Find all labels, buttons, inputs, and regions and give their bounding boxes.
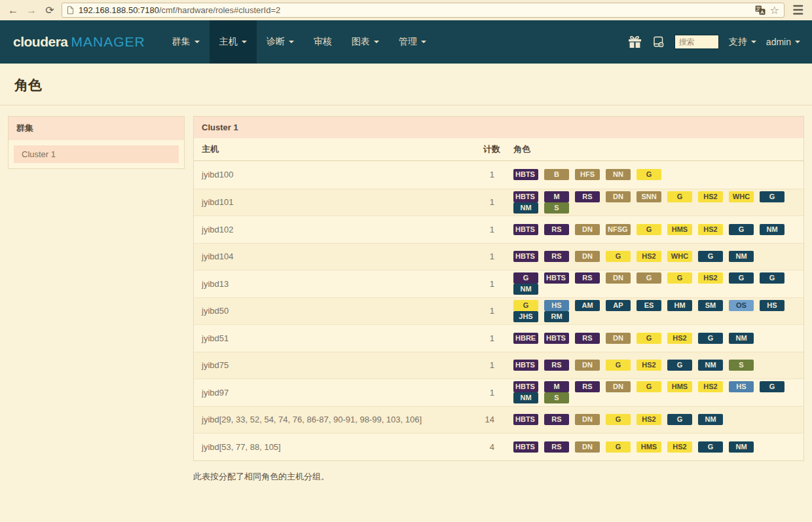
role-badge[interactable]: G	[698, 441, 723, 453]
role-badge[interactable]: G	[637, 272, 661, 284]
address-bar[interactable]: 192.168.188.50:7180/cmf/hardware/roles#c…	[62, 3, 784, 18]
role-badge[interactable]: G	[698, 333, 723, 344]
forward-icon[interactable]: →	[25, 5, 38, 16]
role-badge[interactable]: HMS	[637, 441, 661, 453]
role-badge[interactable]: WHC	[729, 191, 754, 202]
bookmark-star-icon[interactable]: ☆	[770, 4, 779, 16]
role-badge[interactable]: M	[544, 381, 569, 392]
brand-logo[interactable]: clouderaMANAGER	[13, 34, 145, 50]
role-badge[interactable]: G	[513, 272, 538, 284]
role-badge[interactable]: M	[544, 191, 569, 202]
user-menu[interactable]: admin	[766, 37, 800, 47]
role-badge[interactable]: NM	[513, 202, 538, 214]
reload-icon[interactable]: ⟳	[43, 4, 56, 16]
nav-item-图表[interactable]: 图表	[342, 20, 389, 64]
role-badge[interactable]: WHC	[667, 251, 692, 262]
role-badge[interactable]: HBTS	[544, 333, 569, 344]
role-badge[interactable]: NM	[760, 224, 784, 235]
nav-item-群集[interactable]: 群集	[162, 20, 210, 64]
role-badge[interactable]: RS	[544, 414, 569, 425]
sidebar-item-cluster[interactable]: Cluster 1	[14, 145, 179, 163]
role-badge[interactable]: DN	[575, 251, 600, 262]
search-input[interactable]	[674, 35, 719, 49]
role-badge[interactable]: HBTS	[513, 360, 538, 371]
role-badge[interactable]: S	[729, 360, 754, 371]
role-badge[interactable]: DN	[606, 191, 631, 202]
role-badge[interactable]: G	[667, 272, 692, 284]
role-badge[interactable]: DN	[606, 381, 631, 392]
role-badge[interactable]: G	[606, 414, 631, 425]
role-badge[interactable]: G	[606, 251, 631, 262]
role-badge[interactable]: G	[729, 224, 754, 235]
role-badge[interactable]: HMS	[667, 224, 692, 235]
role-badge[interactable]: NM	[513, 392, 538, 403]
role-badge[interactable]: NN	[606, 169, 631, 180]
role-badge[interactable]: HBTS	[513, 381, 538, 392]
role-badge[interactable]: G	[667, 191, 692, 202]
role-badge[interactable]: S	[544, 392, 569, 403]
role-badge[interactable]: ES	[637, 300, 661, 311]
role-badge[interactable]: G	[760, 191, 784, 202]
parcel-gift-icon[interactable]	[628, 36, 642, 48]
role-badge[interactable]: HMS	[667, 381, 692, 392]
role-badge[interactable]: HBTS	[513, 169, 538, 180]
role-badge[interactable]: HS2	[698, 381, 723, 392]
role-badge[interactable]: G	[637, 224, 661, 235]
role-badge[interactable]: DN	[575, 224, 600, 235]
role-badge[interactable]: HM	[667, 300, 692, 311]
role-badge[interactable]: HS	[729, 381, 754, 392]
role-badge[interactable]: RS	[575, 333, 600, 344]
role-badge[interactable]: DN	[606, 272, 631, 284]
role-badge[interactable]: G	[637, 333, 661, 344]
role-badge[interactable]: G	[667, 414, 692, 425]
role-badge[interactable]: RS	[544, 360, 569, 371]
role-badge[interactable]: HBTS	[544, 272, 569, 284]
role-badge[interactable]: G	[606, 441, 631, 453]
role-badge[interactable]: HS2	[667, 441, 692, 453]
role-badge[interactable]: OS	[729, 300, 754, 311]
role-badge[interactable]: G	[760, 272, 784, 284]
role-badge[interactable]: HBRE	[513, 333, 538, 344]
role-badge[interactable]: RS	[544, 441, 569, 453]
support-menu[interactable]: 支持	[729, 36, 756, 48]
role-badge[interactable]: SM	[698, 300, 723, 311]
role-badge[interactable]: HS2	[637, 251, 661, 262]
role-badge[interactable]: HBTS	[513, 441, 538, 453]
role-badge[interactable]: G	[637, 169, 661, 180]
role-badge[interactable]: RS	[575, 191, 600, 202]
role-badge[interactable]: S	[544, 202, 569, 214]
role-badge[interactable]: G	[513, 300, 538, 311]
role-badge[interactable]: SNN	[637, 191, 661, 202]
role-badge[interactable]: HS	[544, 300, 569, 311]
nav-item-审核[interactable]: 审核	[304, 20, 342, 64]
role-badge[interactable]: HS2	[637, 414, 661, 425]
role-badge[interactable]: HS2	[698, 224, 723, 235]
role-badge[interactable]: HS2	[667, 333, 692, 344]
role-badge[interactable]: G	[698, 251, 723, 262]
role-badge[interactable]: NM	[729, 251, 754, 262]
nav-item-管理[interactable]: 管理	[389, 20, 436, 64]
role-badge[interactable]: G	[729, 272, 754, 284]
role-badge[interactable]: AP	[606, 300, 631, 311]
role-badge[interactable]: HS2	[637, 360, 661, 371]
role-badge[interactable]: NFSG	[606, 224, 631, 235]
role-badge[interactable]: HFS	[575, 169, 600, 180]
role-badge[interactable]: NM	[729, 441, 754, 453]
role-badge[interactable]: G	[606, 360, 631, 371]
role-badge[interactable]: DN	[575, 441, 600, 453]
role-badge[interactable]: DN	[606, 333, 631, 344]
role-badge[interactable]: AM	[575, 300, 600, 311]
role-badge[interactable]: RS	[544, 224, 569, 235]
nav-item-诊断[interactable]: 诊断	[257, 20, 304, 64]
role-badge[interactable]: HBTS	[513, 191, 538, 202]
role-badge[interactable]: HS	[760, 300, 784, 311]
role-badge[interactable]: NM	[698, 414, 723, 425]
role-badge[interactable]: DN	[575, 360, 600, 371]
role-badge[interactable]: HS2	[698, 191, 723, 202]
role-badge[interactable]: NM	[698, 360, 723, 371]
role-badge[interactable]: G	[637, 381, 661, 392]
back-icon[interactable]: ←	[7, 5, 20, 16]
running-commands-icon[interactable]	[652, 35, 665, 48]
role-badge[interactable]: RS	[544, 251, 569, 262]
role-badge[interactable]: NM	[513, 284, 538, 295]
